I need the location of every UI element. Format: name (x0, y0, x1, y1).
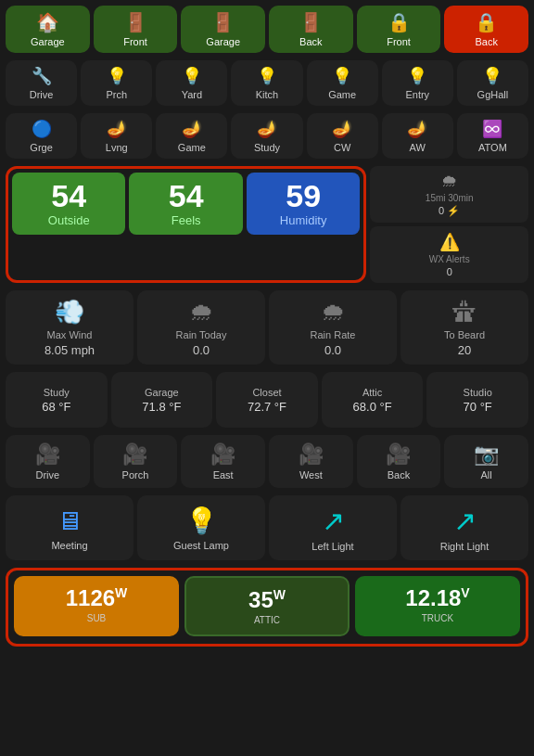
cam-all-label: All (481, 469, 492, 481)
lock-front-2[interactable]: 🔒 Front (357, 6, 441, 53)
bulb-yard-icon: 💡 (182, 66, 202, 86)
outside-temp-box[interactable]: 54 Outside (12, 173, 125, 235)
lock-garage-2[interactable]: 🚪 Garage (181, 6, 265, 53)
forecast-cell: 🌧 15mi 30min 0 ⚡ (370, 166, 528, 223)
cam-porch-label: Porch (122, 469, 149, 481)
rain-today-cell: 🌧 Rain Today 0.0 (137, 290, 265, 365)
light-gghall[interactable]: 💡 GgHall (457, 60, 528, 106)
garage-icon: 🏠 (36, 11, 59, 33)
cam-east-label: East (213, 469, 234, 481)
special-right-light[interactable]: ↗ Right Light (400, 495, 528, 560)
special-buttons-row: 🖥 Meeting 💡 Guest Lamp ↗ Left Light ↗ Ri… (0, 492, 534, 564)
cam-west-icon: 🎥 (299, 442, 324, 467)
special-meeting-label: Meeting (51, 540, 87, 551)
lock-garage-1[interactable]: 🏠 Garage (6, 6, 90, 53)
power-sub[interactable]: 1126W SUB (14, 576, 179, 636)
room-study[interactable]: Study 68 °F (6, 372, 108, 428)
room-studio-name: Studio (464, 387, 492, 398)
cam-west[interactable]: 🎥 West (269, 435, 353, 488)
to-beard-title: To Beard (444, 329, 485, 340)
light-kitch[interactable]: 💡 Kitch (231, 60, 302, 106)
cam-all[interactable]: 📷 All (444, 435, 528, 488)
rain-today-icon: 🌧 (189, 298, 213, 327)
bulb-kitch-icon: 💡 (257, 66, 277, 86)
light-drive[interactable]: 🔧 Drive (6, 60, 77, 106)
cam-porch[interactable]: 🎥 Porch (94, 435, 178, 488)
lock-back-red[interactable]: 🔒 Back (444, 6, 528, 53)
light-game[interactable]: 💡 Game (307, 60, 378, 106)
cam-west-label: West (299, 469, 323, 481)
room-closet[interactable]: Closet 72.7 °F (216, 372, 318, 428)
thermo-game[interactable]: 🪔 Game (156, 113, 227, 159)
thermo-cw[interactable]: 🪔 CW (307, 113, 378, 159)
room-attic[interactable]: Attic 68.0 °F (322, 372, 424, 428)
forecast-label: 15mi 30min (426, 193, 474, 203)
special-guest-lamp[interactable]: 💡 Guest Lamp (137, 495, 265, 560)
lamp-study-icon: 🪔 (257, 119, 277, 139)
power-truck[interactable]: 12.18V Truck (355, 576, 520, 636)
feels-temp-box[interactable]: 54 Feels (129, 173, 242, 235)
light-game-label: Game (328, 89, 356, 100)
thermo-grge-icon: 🔵 (32, 119, 52, 139)
front-door-icon: 🚪 (124, 11, 147, 33)
room-garage-name: Garage (145, 387, 179, 398)
cam-east-icon: 🎥 (210, 442, 235, 467)
special-meeting[interactable]: 🖥 Meeting (6, 495, 134, 560)
thermo-lvng[interactable]: 🪔 Lvng (81, 113, 152, 159)
lock-back-label: Back (299, 36, 322, 47)
light-porch[interactable]: 💡 Prch (81, 60, 152, 106)
room-garage[interactable]: Garage 71.8 °F (111, 372, 213, 428)
wx-right-section: 🌧 15mi 30min 0 ⚡ ⚠️ WX Alerts 0 (370, 166, 528, 283)
room-studio-temp: 70 °F (464, 400, 492, 414)
special-guest-lamp-label: Guest Lamp (173, 540, 229, 551)
thermo-atom-label: ATOM (478, 142, 507, 153)
humidity-value: 59 (250, 180, 356, 211)
back-door-icon: 🚪 (299, 11, 323, 33)
rain-rate-value: 0.0 (324, 343, 341, 357)
road-icon: 🛣 (452, 298, 477, 327)
cam-drive-label: Drive (35, 469, 59, 481)
thermostat-row: 🔵 Grge 🪔 Lvng 🪔 Game 🪔 Study 🪔 CW 🪔 AW ♾… (0, 109, 534, 162)
cam-back-label: Back (388, 469, 410, 481)
room-garage-temp: 71.8 °F (142, 400, 181, 414)
to-beard-cell: 🛣 To Beard 20 (400, 290, 528, 365)
temp-boxes: 54 Outside 54 Feels 59 Humidity (12, 173, 360, 235)
thermo-atom[interactable]: ♾️ ATOM (457, 113, 528, 159)
camera-row: 🎥 Drive 🎥 Porch 🎥 East 🎥 West 🎥 Back 📷 A… (0, 431, 534, 492)
right-light-icon: ↗ (453, 505, 477, 537)
lamp-aw-icon: 🪔 (407, 119, 427, 139)
atom-icon: ♾️ (482, 119, 502, 139)
thermo-aw-label: AW (410, 142, 426, 153)
room-temps-grid: Study 68 °F Garage 71.8 °F Closet 72.7 °… (0, 368, 534, 431)
cam-drive[interactable]: 🎥 Drive (6, 435, 90, 488)
thermo-lvng-label: Lvng (106, 142, 128, 153)
lock-front-1[interactable]: 🚪 Front (94, 6, 178, 53)
special-right-light-label: Right Light (440, 541, 490, 552)
room-study-name: Study (44, 387, 70, 398)
thermo-game-label: Game (178, 142, 206, 153)
humidity-box[interactable]: 59 Humidity (247, 173, 360, 235)
cam-back[interactable]: 🎥 Back (357, 435, 441, 488)
thermo-study[interactable]: 🪔 Study (231, 113, 302, 159)
power-bar: 1126W SUB 35W ATTIC 12.18V Truck (6, 568, 528, 647)
meeting-icon: 🖥 (57, 506, 83, 536)
thermo-aw[interactable]: 🪔 AW (382, 113, 453, 159)
front-lock-icon: 🔒 (388, 11, 411, 33)
bulb-porch-icon: 💡 (107, 66, 127, 86)
room-study-temp: 68 °F (42, 400, 70, 414)
left-light-icon: ↗ (322, 505, 345, 537)
power-attic-value: 35W (248, 587, 286, 613)
light-entry[interactable]: 💡 Entry (382, 60, 453, 106)
humidity-label: Humidity (250, 213, 356, 227)
power-attic[interactable]: 35W ATTIC (184, 576, 350, 636)
light-gghall-label: GgHall (477, 89, 509, 100)
cam-east[interactable]: 🎥 East (181, 435, 265, 488)
room-studio[interactable]: Studio 70 °F (426, 372, 528, 428)
thermo-grge[interactable]: 🔵 Grge (6, 113, 77, 159)
lock-back[interactable]: 🚪 Back (269, 6, 353, 53)
light-yard[interactable]: 💡 Yard (156, 60, 227, 106)
cam-porch-icon: 🎥 (122, 442, 147, 467)
lamp-lvng-icon: 🪔 (107, 119, 127, 139)
special-left-light[interactable]: ↗ Left Light (269, 495, 397, 560)
cam-back-icon: 🎥 (386, 442, 411, 467)
